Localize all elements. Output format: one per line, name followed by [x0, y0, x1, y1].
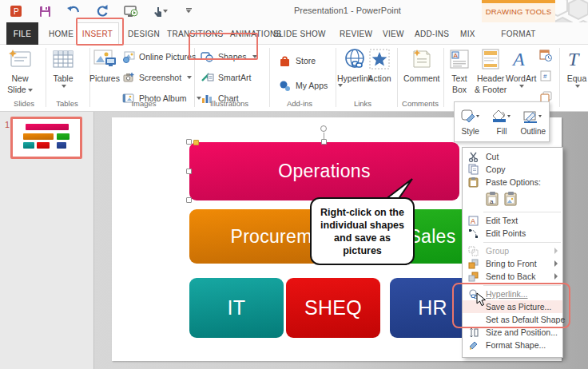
- screenshot-button[interactable]: Screenshot: [121, 69, 192, 86]
- pictures-button[interactable]: Pictures: [89, 46, 120, 83]
- edit-points-icon: [467, 228, 479, 239]
- tab-view[interactable]: VIEW: [378, 22, 409, 45]
- tab-format[interactable]: FORMAT: [492, 22, 545, 45]
- new-slide-icon: [7, 46, 33, 72]
- window-title: Presentation1 - PowerPoint: [294, 6, 401, 15]
- menu-item-cut[interactable]: Cut: [463, 150, 562, 163]
- fill-button[interactable]: Fill: [486, 102, 517, 141]
- tab-review[interactable]: REVIEW: [335, 22, 377, 45]
- menu-item-send-to-back[interactable]: Send to Back: [463, 270, 562, 283]
- shape-it[interactable]: IT: [189, 278, 284, 338]
- svg-text:A: A: [511, 49, 525, 69]
- date-time-button[interactable]: [538, 47, 554, 63]
- table-button[interactable]: Table: [50, 46, 76, 88]
- tab-transitions[interactable]: TRANSITIONS: [162, 22, 228, 45]
- callout-text: Right-click on the individual shapes and…: [312, 204, 413, 259]
- selection-handle-top-left[interactable]: [186, 139, 192, 145]
- menu-item-format-shape[interactable]: Format Shape...: [463, 339, 562, 351]
- smartart-icon: [201, 71, 214, 85]
- style-icon: [460, 108, 481, 125]
- group-label-links: Links: [345, 99, 380, 108]
- text-box-button[interactable]: A Text Box: [447, 46, 472, 94]
- style-button[interactable]: Style: [455, 102, 486, 141]
- selection-handle-top-center[interactable]: [321, 139, 327, 145]
- paste-keep-source-formatting-icon[interactable]: a: [486, 191, 499, 207]
- callout[interactable]: Right-click on the individual shapes and…: [310, 197, 415, 265]
- format-shape-icon: [467, 339, 479, 351]
- slide-number-button[interactable]: #: [538, 68, 554, 84]
- menu-item-hyperlink[interactable]: Hyperlink...: [463, 288, 562, 300]
- selection-handle-mid-left[interactable]: [186, 169, 192, 174]
- touch-mouse-mode-icon[interactable]: [152, 3, 168, 19]
- menu-separator: [483, 285, 561, 286]
- thumb-shape-it: [23, 142, 34, 149]
- tab-design[interactable]: DESIGN: [123, 22, 165, 45]
- thumb-shape-sheq: [37, 142, 50, 149]
- tab-home[interactable]: HOME: [44, 22, 78, 45]
- group-label-tables: Tables: [50, 99, 85, 108]
- selection-handle-bottom-left[interactable]: [186, 197, 192, 203]
- thumb-shape-hr: [57, 142, 67, 149]
- pictures-icon: [92, 46, 117, 72]
- menu-item-group: Group: [463, 244, 562, 257]
- my-apps-button[interactable]: My Apps: [278, 77, 343, 94]
- action-icon: [367, 46, 392, 72]
- tab-mix[interactable]: MIX: [455, 22, 480, 45]
- comment-button[interactable]: Comment: [403, 46, 440, 83]
- powerpoint-logo-icon[interactable]: P: [8, 3, 24, 19]
- group-icon: [467, 245, 479, 256]
- ribbon-tab-row: FILE HOME INSERT DESIGN TRANSITIONS ANIM…: [0, 22, 588, 45]
- slide-1-thumbnail[interactable]: [13, 119, 80, 157]
- equation-button[interactable]: T Equa: [564, 46, 588, 88]
- bring-to-front-icon: [467, 258, 479, 269]
- adjust-handle[interactable]: [193, 140, 199, 145]
- shape-operations[interactable]: Operations: [189, 142, 459, 200]
- start-slideshow-icon[interactable]: [123, 3, 139, 19]
- menu-item-bring-to-front[interactable]: Bring to Front: [463, 257, 562, 270]
- menu-item-save-as-picture[interactable]: Save as Picture...: [463, 300, 562, 313]
- outline-button[interactable]: Outline: [518, 102, 549, 141]
- send-to-back-icon: [467, 271, 479, 282]
- text-box-icon: A: [447, 46, 472, 72]
- contextual-strip: [482, 0, 555, 3]
- my-apps-icon: [278, 79, 292, 93]
- svg-text:T: T: [568, 49, 580, 69]
- hyperlink-icon: [342, 46, 368, 72]
- shapes-button[interactable]: Shapes: [201, 48, 257, 65]
- hyperlink-small-icon: [467, 288, 479, 300]
- store-button[interactable]: Store: [278, 52, 316, 69]
- undo-icon[interactable]: [66, 3, 81, 19]
- copy-icon: [467, 164, 479, 175]
- contextual-header: DRAWING TOOLS: [482, 7, 555, 16]
- wordart-button[interactable]: A WordArt: [506, 46, 536, 88]
- svg-text:#: #: [543, 73, 547, 80]
- menu-item-paste-options: Paste Options:: [463, 176, 562, 188]
- action-button[interactable]: Action: [367, 46, 392, 83]
- smartart-button[interactable]: SmartArt: [201, 69, 251, 86]
- rotation-handle[interactable]: [320, 125, 327, 132]
- menu-item-edit-text[interactable]: A Edit Text: [463, 214, 562, 227]
- tab-slideshow[interactable]: SLIDE SHOW: [268, 22, 331, 45]
- redo-icon[interactable]: [94, 3, 110, 19]
- save-icon[interactable]: [37, 3, 53, 19]
- menu-item-edit-points[interactable]: Edit Points: [463, 227, 562, 240]
- menu-item-size-and-position[interactable]: Size and Position...: [463, 326, 562, 339]
- header-footer-button[interactable]: Header & Footer: [475, 46, 507, 94]
- store-icon: [278, 54, 292, 68]
- customize-quick-access-toolbar-icon[interactable]: [181, 3, 197, 19]
- tab-addins[interactable]: ADD-INS: [410, 22, 454, 45]
- online-pictures-icon: [121, 50, 135, 64]
- online-pictures-button[interactable]: Online Pictures: [121, 48, 196, 65]
- new-slide-button[interactable]: New Slide: [7, 46, 33, 94]
- powerpoint-window: P Presentation1 - PowerPoint: [0, 0, 588, 369]
- shape-sheq[interactable]: SHEQ: [286, 278, 380, 338]
- group-label-comments: Comments: [399, 99, 441, 108]
- tab-insert[interactable]: INSERT: [76, 22, 119, 45]
- edit-text-icon: A: [467, 215, 479, 226]
- quick-access-toolbar: P: [8, 2, 197, 20]
- menu-item-set-as-default-shape[interactable]: Set as Default Shape: [463, 313, 562, 326]
- menu-item-copy[interactable]: Copy: [463, 163, 562, 176]
- thumb-shape-operations: [26, 124, 69, 130]
- tab-file[interactable]: FILE: [6, 22, 38, 45]
- paste-as-picture-icon[interactable]: [504, 191, 518, 207]
